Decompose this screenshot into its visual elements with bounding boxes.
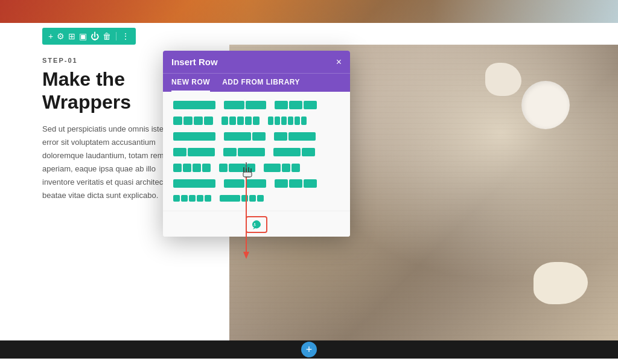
layout-2-mid[interactable]: [222, 177, 268, 190]
layout-thin-wide[interactable]: [218, 193, 266, 203]
layout-mid-wide[interactable]: [221, 146, 267, 158]
layout-6col[interactable]: [266, 115, 308, 127]
dough-shape-1: [521, 81, 570, 129]
modal-tabs: New Row Add From Library: [163, 73, 350, 92]
delete-icon[interactable]: 🗑: [103, 31, 111, 41]
add-icon[interactable]: +: [48, 31, 53, 41]
power-icon[interactable]: ⏻: [91, 31, 99, 41]
layout-wide-narrow[interactable]: [262, 162, 302, 174]
layout-row-4: [171, 146, 342, 158]
layout-thin-4col[interactable]: [171, 193, 213, 203]
columns-icon[interactable]: ⊞: [68, 31, 75, 41]
modal-close-button[interactable]: ×: [336, 57, 342, 67]
layout-4col[interactable]: [171, 115, 215, 127]
layout-mid-split[interactable]: [217, 162, 257, 174]
layout-asym-3[interactable]: [272, 130, 317, 142]
bottom-bar: +: [0, 340, 618, 359]
layout-small-large[interactable]: [171, 146, 217, 158]
layout-3col-equal[interactable]: [273, 99, 319, 111]
modal-header: Insert Row ×: [163, 51, 350, 73]
tab-new-row[interactable]: New Row: [171, 74, 210, 92]
layout-row-1: [171, 99, 342, 111]
modal-title: Insert Row: [171, 57, 218, 67]
layout-narrow-wide[interactable]: [171, 177, 217, 190]
layout-2col-equal[interactable]: [222, 99, 268, 111]
layout-icon[interactable]: ▣: [79, 31, 87, 41]
layout-wide-small[interactable]: [272, 146, 317, 158]
layout-3-narrow[interactable]: [171, 162, 212, 174]
insert-row-modal: Insert Row × New Row Add From Library: [163, 51, 350, 237]
top-image-strip: [0, 0, 618, 23]
layout-3-uneven[interactable]: [273, 177, 319, 190]
svg-point-0: [254, 223, 255, 225]
layout-row-5: [171, 162, 342, 174]
pelican-logo: [246, 216, 267, 233]
main-content: STEP-01 Make the Wrappers Sed ut perspic…: [0, 45, 618, 340]
tab-add-from-library[interactable]: Add From Library: [222, 74, 300, 92]
layout-5col[interactable]: [220, 115, 261, 127]
layout-row-2: [171, 115, 342, 127]
editor-toolbar: + ⚙ ⊞ ▣ ⏻ 🗑 ⋮: [42, 28, 136, 45]
layout-grid: [171, 99, 342, 203]
layout-row-3: [171, 130, 342, 142]
settings-icon[interactable]: ⚙: [57, 31, 65, 41]
add-section-button[interactable]: +: [301, 342, 317, 357]
layout-1-3-plus-2-3[interactable]: [171, 130, 217, 142]
more-icon[interactable]: ⋮: [121, 31, 130, 41]
layout-row-6: [171, 177, 342, 190]
modal-footer: [163, 211, 350, 237]
layout-2-3-plus-1-3[interactable]: [222, 130, 267, 142]
toolbar-divider: [116, 32, 116, 40]
modal-body: [163, 92, 350, 211]
layout-1col[interactable]: [171, 99, 217, 111]
layout-row-7: [171, 193, 342, 203]
